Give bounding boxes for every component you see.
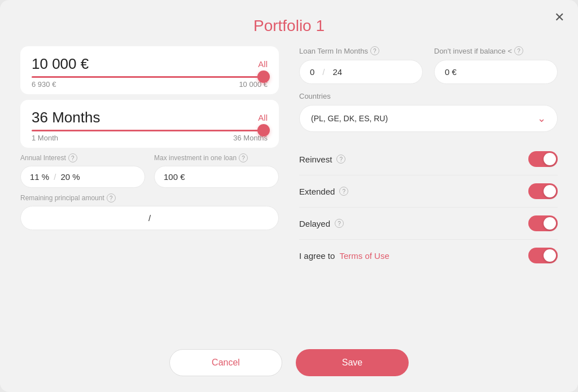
- annual-interest-divider: /: [54, 172, 56, 182]
- extended-label: Extended ?: [299, 187, 348, 196]
- modal-footer: Cancel Save: [0, 338, 578, 392]
- extended-row: Extended ?: [299, 175, 558, 208]
- reinvest-row: Reinvest ?: [299, 143, 558, 175]
- terms-row: I agree to Terms of Use: [299, 240, 558, 271]
- modal-body: 10 000 € All 6 930 € 10 000 € 36 Months: [0, 46, 578, 338]
- annual-interest-block: Annual Interest ? 11 % / 20 %: [20, 153, 145, 188]
- terms-label: I agree to Terms of Use: [299, 251, 389, 261]
- max-investment-block: Max investment in one loan ? 100 €: [154, 153, 279, 188]
- investment-box: 10 000 € All 6 930 € 10 000 €: [20, 46, 279, 94]
- loan-term-value: 36 Months: [32, 109, 100, 126]
- annual-interest-to: 20 %: [60, 172, 80, 182]
- remaining-input[interactable]: /: [20, 206, 279, 230]
- delayed-knob: [544, 217, 556, 230]
- loan-term-months-from: 0: [310, 67, 314, 77]
- annual-interest-input[interactable]: 11 % / 20 %: [20, 166, 145, 188]
- loan-term-track: [32, 130, 268, 131]
- investment-header: 10 000 € All: [32, 55, 268, 73]
- extended-toggle[interactable]: [528, 183, 558, 199]
- dont-invest-label: Don't invest if balance < ?: [434, 46, 558, 55]
- cancel-button[interactable]: Cancel: [169, 349, 282, 376]
- save-button[interactable]: Save: [296, 349, 409, 376]
- countries-value: (PL, GE, DK, ES, RU): [311, 114, 388, 123]
- terms-toggle[interactable]: [528, 248, 558, 263]
- loan-term-months-input[interactable]: 0 / 24: [299, 60, 423, 84]
- annual-interest-label: Annual Interest ?: [20, 153, 145, 162]
- annual-interest-from: 11 %: [30, 172, 49, 182]
- reinvest-toggle[interactable]: [528, 151, 558, 167]
- reinvest-label: Reinvest ?: [299, 155, 345, 164]
- modal-title: Portfolio 1: [0, 0, 578, 46]
- loan-term-min-label: 1 Month: [32, 134, 58, 142]
- delayed-toggle[interactable]: [528, 215, 558, 231]
- investment-thumb[interactable]: [257, 71, 270, 83]
- loan-term-thumb[interactable]: [257, 124, 270, 136]
- investment-labels: 6 930 € 10 000 €: [32, 80, 268, 89]
- max-investment-input[interactable]: 100 €: [154, 166, 279, 188]
- extended-knob: [544, 185, 556, 197]
- loan-term-months-label: Loan Term In Months ?: [299, 46, 423, 55]
- loan-term-all-link[interactable]: All: [258, 113, 268, 122]
- delayed-help[interactable]: ?: [335, 219, 344, 228]
- loan-term-labels: 1 Month 36 Months: [32, 134, 268, 142]
- reinvest-help[interactable]: ?: [336, 155, 345, 164]
- remaining-help[interactable]: ?: [107, 193, 116, 202]
- investment-min-label: 6 930 €: [32, 80, 56, 89]
- extended-help[interactable]: ?: [339, 187, 348, 196]
- investment-value: 10 000 €: [32, 55, 89, 73]
- investment-slider[interactable]: [32, 76, 268, 78]
- countries-select[interactable]: (PL, GE, DK, ES, RU) ⌄: [299, 105, 558, 132]
- terms-knob: [544, 249, 556, 262]
- countries-group: Countries (PL, GE, DK, ES, RU) ⌄: [299, 92, 558, 143]
- investment-track: [32, 76, 268, 78]
- loan-term-header: 36 Months All: [32, 109, 268, 126]
- close-button[interactable]: ✕: [554, 11, 564, 24]
- dont-invest-group: Don't invest if balance < ? 0 €: [434, 46, 558, 84]
- loan-term-slider[interactable]: [32, 130, 268, 131]
- left-panel: 10 000 € All 6 930 € 10 000 € 36 Months: [20, 46, 279, 338]
- loan-term-months-group: Loan Term In Months ? 0 / 24: [299, 46, 423, 84]
- delayed-label: Delayed ?: [299, 219, 344, 228]
- right-panel: Loan Term In Months ? 0 / 24 Don't inves…: [299, 46, 558, 338]
- loan-term-box: 36 Months All 1 Month 36 Months: [20, 100, 279, 148]
- delayed-row: Delayed ?: [299, 208, 558, 240]
- modal: ✕ Portfolio 1 10 000 € All 6 930 € 10 00…: [0, 0, 578, 392]
- right-top-row: Loan Term In Months ? 0 / 24 Don't inves…: [299, 46, 558, 84]
- annual-interest-help[interactable]: ?: [68, 153, 77, 162]
- dont-invest-input[interactable]: 0 €: [434, 60, 558, 84]
- max-investment-value: 100 €: [164, 172, 185, 182]
- loan-term-sep: /: [322, 67, 325, 77]
- reinvest-knob: [544, 153, 556, 165]
- investment-all-link[interactable]: All: [258, 59, 268, 69]
- terms-link[interactable]: Terms of Use: [339, 251, 389, 261]
- dont-invest-help[interactable]: ?: [514, 46, 523, 55]
- remaining-placeholder: /: [148, 213, 151, 223]
- remaining-block: Remaining principal amount ? /: [20, 193, 279, 230]
- max-investment-help[interactable]: ?: [239, 153, 248, 162]
- countries-label: Countries: [299, 92, 558, 100]
- max-investment-label: Max investment in one loan ?: [154, 153, 279, 162]
- interest-row: Annual Interest ? 11 % / 20 % Max invest…: [20, 153, 279, 188]
- remaining-label: Remaining principal amount ?: [20, 193, 279, 202]
- dont-invest-value: 0 €: [445, 67, 457, 77]
- loan-term-months-help[interactable]: ?: [370, 46, 379, 55]
- chevron-down-icon: ⌄: [537, 112, 546, 125]
- loan-term-months-to: 24: [333, 67, 343, 77]
